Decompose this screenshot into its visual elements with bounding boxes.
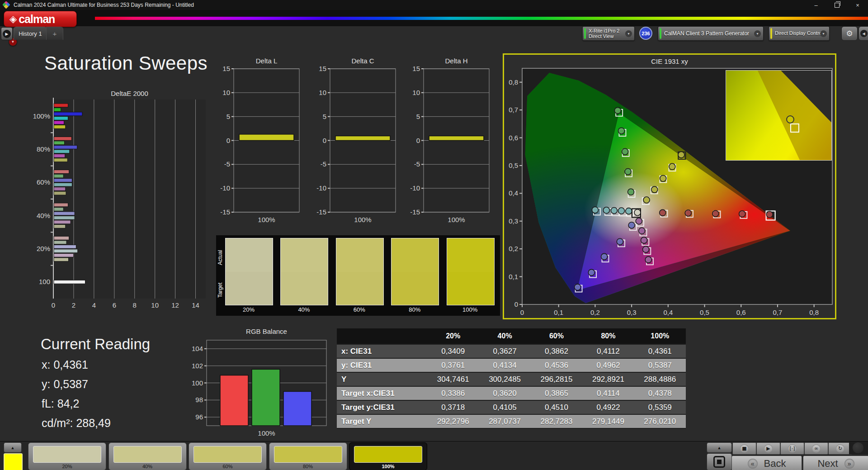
table-header-cell: 40%: [479, 332, 530, 340]
deltae-bar: [54, 241, 66, 244]
target-swatch: [281, 272, 328, 305]
deltae-group-label: 40%: [37, 212, 50, 219]
deltae-bar: [54, 116, 68, 120]
stop-icon: ■: [740, 444, 749, 453]
next-button[interactable]: Next »: [803, 456, 868, 470]
chevron-down-icon: ▼: [625, 30, 632, 37]
table-value-cell: 292,8921: [582, 375, 634, 384]
table-value-cell: 0,3620: [479, 389, 530, 398]
transport-panel-expand-button[interactable]: ▲: [707, 442, 732, 453]
svg-text:100%: 100%: [448, 216, 465, 223]
play-icon: ▶: [764, 444, 773, 453]
maximize-button[interactable]: [826, 0, 847, 10]
cie-measured-point-green: [625, 168, 631, 175]
svg-text:14: 14: [192, 301, 199, 309]
svg-text:6: 6: [113, 301, 116, 309]
settings-button[interactable]: ⚙: [841, 26, 858, 41]
pattern-button-100%[interactable]: 100%: [349, 442, 427, 470]
cie-measured-point-yellow: [651, 186, 658, 193]
deltae-bar: [54, 203, 68, 207]
table-row: x: CIE310,34090,36270,38620,41120,4361: [337, 345, 686, 359]
deltae-bar: [54, 112, 82, 116]
add-tab-button[interactable]: +: [46, 27, 63, 40]
pattern-panel-expand-button[interactable]: ▲: [4, 442, 22, 453]
svg-text:0: 0: [52, 301, 55, 309]
display-control-label: Direct Display Control: [775, 30, 823, 36]
table-value-cell: 279,1449: [582, 417, 634, 426]
rainbow-strip: [95, 17, 868, 20]
hold-button[interactable]: [·]: [780, 442, 804, 455]
workflow-sidebar-toggle[interactable]: ▶: [1, 27, 13, 40]
stop-button[interactable]: ■: [732, 442, 756, 455]
pattern-generator-label: CalMAN Client 3 Pattern Generator: [664, 30, 749, 37]
plus-icon: +: [53, 30, 57, 38]
target-swatch: [447, 272, 494, 305]
table-value-cell: 0,3627: [479, 347, 530, 356]
tab-label: History 1: [19, 30, 42, 37]
svg-text:0,1: 0,1: [554, 309, 563, 316]
maximize-icon: [835, 3, 840, 8]
current-reading-y: y: 0,5387: [42, 378, 88, 391]
swatch-column-label: 20%: [225, 306, 272, 313]
cie-measured-point-red: [660, 209, 666, 216]
pattern-generator-dropdown[interactable]: CalMAN Client 3 Pattern Generator ▼: [658, 26, 764, 41]
minimize-button[interactable]: –: [806, 0, 826, 10]
swatch-compare-cell: [447, 238, 495, 305]
table-header-cell: 80%: [582, 332, 634, 340]
current-pattern-color-swatch[interactable]: [4, 453, 23, 470]
table-value-cell: 292,2796: [427, 417, 479, 426]
display-control-status-indicator: [770, 28, 772, 39]
deltae-bar: [54, 212, 75, 215]
table-value-cell: 0,4361: [634, 347, 686, 356]
rgb-bar-red: [220, 375, 248, 426]
pattern-window-button[interactable]: [707, 453, 732, 470]
svg-text:104: 104: [192, 345, 203, 352]
calman-menu-button[interactable]: ◈ calman ▼: [4, 11, 77, 27]
target-swatch: [226, 272, 273, 305]
pattern-button-40%[interactable]: 40%: [108, 442, 187, 470]
loop-icon: ∞: [812, 444, 821, 453]
back-button[interactable]: « Back: [731, 456, 802, 470]
table-value-cell: 282,7283: [531, 417, 582, 426]
svg-text:0,4: 0,4: [509, 189, 518, 197]
table-header-cell: 100%: [634, 332, 686, 340]
display-control-dropdown[interactable]: Direct Display Control ▼: [769, 26, 830, 41]
svg-text:-15: -15: [410, 208, 420, 216]
pattern-button-20%[interactable]: 20%: [28, 442, 106, 470]
panel-collapse-button[interactable]: ◀: [859, 26, 868, 41]
svg-text:DeltaE 2000: DeltaE 2000: [111, 90, 148, 97]
pattern-swatch: [354, 446, 422, 463]
svg-text:-15: -15: [220, 208, 230, 216]
svg-text:5: 5: [323, 113, 326, 120]
svg-text:10: 10: [412, 89, 420, 96]
svg-text:Delta C: Delta C: [351, 57, 374, 65]
meter-count-badge[interactable]: 236: [639, 27, 652, 40]
loop-button[interactable]: ∞: [804, 442, 828, 455]
table-value-cell: 0,4105: [479, 403, 530, 412]
actual-target-swatch-panel: ActualTarget20%40%60%80%100%: [216, 235, 500, 316]
saturation-data-table: 20%40%60%80%100%x: CIE310,34090,36270,38…: [337, 328, 686, 429]
back-label: Back: [764, 458, 786, 470]
cie-measured-point-cyan: [618, 208, 625, 214]
deltae-bar: [54, 174, 63, 178]
meter-mode: Direct View: [589, 33, 613, 39]
cie-measured-point-red: [685, 210, 691, 216]
svg-text:0,1: 0,1: [509, 273, 518, 280]
play-button[interactable]: ▶: [756, 442, 780, 455]
svg-text:-15: -15: [316, 208, 326, 216]
deltae-bar: [54, 258, 69, 261]
table-row: Target y:CIE310,37180,41050,45100,49220,…: [337, 401, 686, 415]
cie-measured-point-blue: [601, 253, 608, 260]
deltae-bar: [54, 170, 69, 174]
tab-history-1[interactable]: History 1: [14, 27, 47, 40]
pattern-button-60%[interactable]: 60%: [189, 442, 267, 470]
pattern-swatch: [113, 446, 182, 463]
cie-measured-point-red: [739, 211, 745, 217]
up-arrow-icon: ▲: [717, 446, 722, 450]
close-button[interactable]: ×: [847, 0, 868, 10]
meter-dropdown[interactable]: X-Rite i1Pro 2 Direct View ▼: [582, 26, 635, 41]
pattern-button-80%[interactable]: 80%: [269, 442, 347, 470]
deltae-bar: [54, 207, 63, 211]
cie-measured-point-red: [712, 210, 719, 217]
current-reading-cdm2: cd/m²: 288,49: [42, 417, 111, 430]
